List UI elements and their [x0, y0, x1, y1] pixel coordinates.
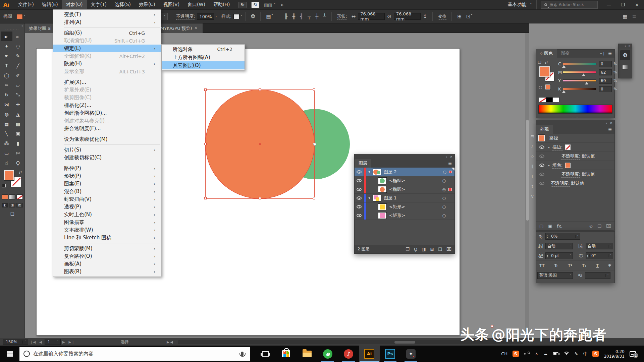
ime-mode-indicator[interactable]: 中: [583, 351, 587, 357]
shape-width-field[interactable]: 76.068 mm: [358, 13, 385, 20]
toolbox-grip[interactable]: ·········: [0, 28, 24, 32]
layer-thumbnail[interactable]: [378, 177, 387, 184]
selection-handle[interactable]: [313, 197, 315, 199]
unlink-dimensions-icon[interactable]: ⊘: [387, 13, 391, 19]
black-swatch[interactable]: [546, 97, 553, 102]
dock-icon[interactable]: ♪: [531, 144, 533, 148]
visibility-eye-icon[interactable]: [357, 188, 362, 191]
menubar-item-6[interactable]: 效果(C): [135, 0, 159, 9]
opacity-label[interactable]: 不透明度:: [551, 180, 570, 187]
fill-stroke-indicator[interactable]: ⇄: [0, 170, 24, 192]
action-center-icon[interactable]: 1: [630, 351, 636, 357]
channel-value-field[interactable]: 62: [599, 69, 612, 75]
menu-item-z[interactable]: 栅格化(Z)...: [53, 102, 161, 109]
visibility-eye-icon[interactable]: [357, 205, 362, 208]
vertical-scrollbar-thumb[interactable]: [526, 120, 529, 221]
menu-item-f[interactable]: 拼合透明度(F)...: [53, 125, 161, 132]
color-slider[interactable]: [563, 63, 596, 65]
battery-icon[interactable]: [553, 352, 558, 355]
default-fill-stroke-icon[interactable]: [2, 184, 6, 187]
visibility-eye-icon[interactable]: [539, 173, 544, 176]
fill-swatch[interactable]: [565, 163, 571, 168]
color-panel-icon[interactable]: ❂: [620, 50, 630, 60]
menu-item-m[interactable]: 设为像素级优化(M): [53, 135, 161, 143]
slider-thumb[interactable]: [585, 82, 588, 84]
vertical-scrollbar[interactable]: [525, 33, 529, 338]
selection-handle[interactable]: [259, 197, 261, 199]
submenu-item-1[interactable]: 所选对象Ctrl+2: [162, 45, 245, 53]
menubar-item-2[interactable]: 编辑(E): [38, 0, 62, 9]
menubar-item-3[interactable]: 对象(O): [62, 0, 87, 9]
layer-row-6[interactable]: <矩形>○: [355, 211, 454, 220]
tsume-combo[interactable]: ▴▾0%˅: [545, 233, 580, 240]
target-circle-icon[interactable]: ○: [442, 204, 446, 209]
menu-item-g[interactable]: 编组(G)Ctrl+G: [53, 29, 161, 37]
eyedropper-tool[interactable]: ╲: [1, 129, 12, 138]
layer-thumbnail[interactable]: [373, 169, 381, 175]
tab-color[interactable]: ◇颜色: [536, 49, 557, 58]
selection-handle[interactable]: [259, 88, 261, 91]
fill-proxy-swatch[interactable]: [539, 66, 550, 77]
superscript-button[interactable]: T¹: [568, 263, 572, 268]
recolor-artwork-icon[interactable]: ❂: [251, 13, 255, 19]
menu-item-e[interactable]: 图案(E)›: [53, 180, 161, 188]
chevron-right-icon[interactable]: ›: [215, 15, 217, 18]
gradient-panel-icon[interactable]: [620, 62, 630, 72]
dock-icon[interactable]: ◇: [531, 154, 534, 159]
workspace-switcher[interactable]: 基本功能 ˅: [503, 0, 537, 9]
menu-item-p[interactable]: 形状(P)›: [53, 172, 161, 180]
curvature-tool[interactable]: ✎: [12, 51, 24, 61]
layer-thumbnail[interactable]: [378, 212, 387, 219]
zoom-tool[interactable]: Ϙ: [12, 158, 24, 168]
language-combo[interactable]: 英语:美国˅: [537, 272, 573, 279]
menubar-item-8[interactable]: 窗口(W): [183, 0, 209, 9]
onedrive-icon[interactable]: ☁: [543, 351, 548, 356]
visibility-eye-icon[interactable]: [539, 145, 544, 149]
stroke-none-swatch[interactable]: [565, 144, 571, 150]
panel-collapse-icon[interactable]: «: [605, 121, 607, 125]
gamut-color-swatch[interactable]: [545, 84, 550, 89]
tab-gradient[interactable]: 渐变: [557, 49, 574, 58]
collect-for-export-icon[interactable]: ❐: [406, 247, 410, 252]
opacity-label[interactable]: 不透明度:: [176, 13, 195, 20]
screen-mode-icon[interactable]: ❏: [0, 212, 24, 217]
style-swatch[interactable]: [233, 14, 239, 19]
prev-artboard-icon[interactable]: ◀: [39, 340, 42, 344]
microphone-icon[interactable]: [241, 352, 244, 356]
draw-behind-button[interactable]: ◨: [9, 203, 15, 207]
opacity-field[interactable]: 100%: [197, 13, 214, 20]
subscript-button[interactable]: T₁: [582, 263, 586, 268]
bridge-button[interactable]: Br: [238, 2, 247, 8]
type-tool[interactable]: T: [1, 61, 12, 70]
expand-arrow-icon[interactable]: ▾: [548, 164, 550, 167]
symbol-sprayer-tool[interactable]: ⁂: [1, 138, 12, 148]
selection-handle[interactable]: [204, 88, 207, 91]
layer-row-1[interactable]: ▾图层 2○: [355, 168, 454, 176]
menu-item-l[interactable]: 锁定(L)›: [53, 45, 161, 52]
menu-item-linesketch[interactable]: Line 和 Sketch 图稿›: [53, 234, 161, 242]
isolate-icon[interactable]: ⊡˅: [466, 13, 473, 19]
layer-thumbnail[interactable]: [378, 203, 387, 210]
toolbox-collapse-icon[interactable]: «: [0, 23, 24, 28]
panel-collapse-icon[interactable]: » |: [600, 51, 604, 56]
status-expand-icons[interactable]: ▶ ◀: [167, 340, 173, 344]
align-icon-4[interactable]: ╤: [308, 13, 311, 19]
tab-appearance[interactable]: 外观: [536, 125, 553, 134]
controlbar-right-icon-1[interactable]: ▦: [623, 13, 627, 19]
layer-thumbnail[interactable]: [378, 186, 387, 193]
selection-tool[interactable]: ►: [1, 32, 12, 41]
dock-icon[interactable]: T: [531, 174, 534, 179]
delete-item-icon[interactable]: ⌧: [606, 224, 611, 229]
appearance-row-fill[interactable]: ▾ 填色:: [536, 161, 614, 170]
appearance-row-fill-opacity[interactable]: 不透明度: 默认值: [536, 170, 614, 179]
arrange-documents-icon[interactable]: ▥▥ ˅: [264, 2, 276, 7]
artboard-tool[interactable]: ▭: [1, 148, 12, 158]
new-stroke-icon[interactable]: ▢: [539, 224, 543, 229]
selection-handle[interactable]: [313, 88, 315, 91]
browser-icon[interactable]: e: [317, 346, 338, 362]
dock-expand-icon[interactable]: »: [625, 45, 626, 48]
menubar-item-7[interactable]: 视图(V): [159, 0, 184, 9]
start-button[interactable]: [0, 351, 19, 357]
new-layer-icon[interactable]: ❏: [438, 247, 442, 252]
zoom-level-combo[interactable]: 150% ˅: [3, 339, 28, 345]
